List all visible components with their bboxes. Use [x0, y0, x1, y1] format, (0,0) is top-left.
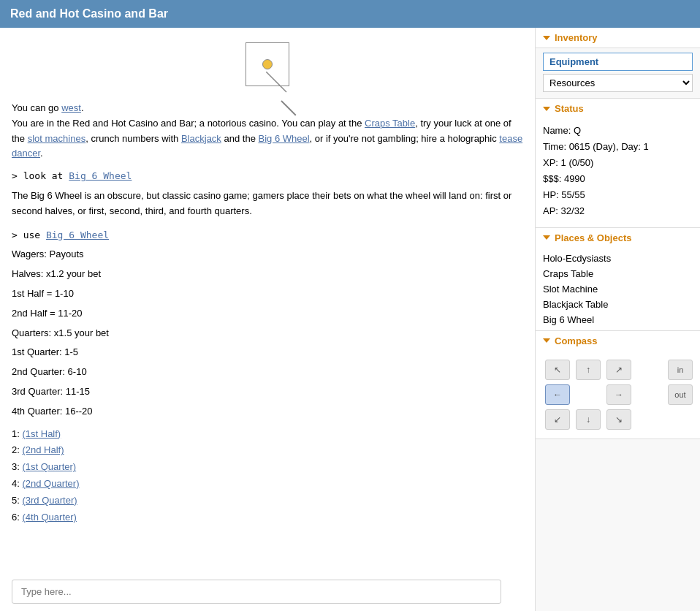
compass-grid: ↖ ↑ ↗ in ← → out ↙ ↓ ↘ [543, 358, 693, 431]
status-ap: AP: 32/32 [543, 203, 693, 219]
status-label: Status [555, 103, 584, 114]
places-label: Places & Objects [555, 232, 632, 243]
choice-link[interactable]: (3rd Quarter) [22, 495, 77, 506]
look-text: The Big 6 Wheel is an obscure, but class… [12, 189, 523, 219]
craps-table-link[interactable]: Craps Table [365, 118, 415, 129]
compass-e-button[interactable]: → [606, 384, 631, 405]
compass-label: Compass [555, 335, 598, 346]
status-toggle-icon [543, 107, 550, 111]
status-xp: XP: 1 (0/50) [543, 155, 693, 171]
intro-paragraph: You can go west. You are in the Red and … [12, 101, 523, 162]
status-section: Status Name: Q Time: 0615 (Day), Day: 1 … [536, 99, 700, 228]
choice-item: 4: (2nd Quarter) [12, 477, 523, 492]
places-header[interactable]: Places & Objects [536, 228, 700, 248]
compass-s-button[interactable]: ↓ [576, 409, 601, 430]
choice-number: 5: [12, 495, 22, 506]
slot-machines-link[interactable]: slot machines [28, 133, 85, 144]
content-area: You can go west. You are in the Red and … [0, 28, 535, 611]
command1: > look at Big 6 Wheel [12, 169, 523, 184]
intro-text2: You are in the Red and Hot Casino and Ba… [12, 118, 365, 129]
choice-list: 1: (1st Half)2: (2nd Half)3: (1st Quarte… [12, 427, 523, 525]
inventory-label: Inventory [555, 32, 598, 43]
app-header: Red and Hot Casino and Bar [0, 0, 700, 28]
compass-section: Compass ↖ ↑ ↗ in ← → o [536, 331, 700, 439]
list-item[interactable]: Blackjack Table [536, 297, 700, 312]
status-header[interactable]: Status [536, 99, 700, 118]
places-list: Holo-EcdysiastsCraps TableSlot MachineBl… [536, 248, 700, 330]
text-content: You can go west. You are in the Red and … [12, 101, 523, 568]
command2-prefix: > use [12, 229, 46, 240]
choice-item: 2: (2nd Half) [12, 443, 523, 458]
compass-nw-button[interactable]: ↖ [545, 360, 570, 380]
compass-empty4 [668, 409, 693, 430]
choice-number: 4: [12, 478, 22, 489]
quarter4-line: 4th Quarter: 16--20 [12, 404, 523, 420]
search-handle [266, 72, 303, 101]
choice-item: 5: (3rd Quarter) [12, 493, 523, 509]
intro-text5: and the [221, 133, 259, 144]
list-item[interactable]: Big 6 Wheel [536, 312, 700, 327]
compass-se-button[interactable]: ↘ [606, 409, 631, 430]
wagers-line: Wagers: Payouts [12, 247, 523, 262]
blackjack-link[interactable]: Blackjack [181, 133, 221, 144]
command1-link[interactable]: Big 6 Wheel [69, 170, 132, 181]
west-link[interactable]: west [61, 102, 81, 113]
choice-number: 3: [12, 461, 22, 472]
choice-item: 3: (1st Quarter) [12, 460, 523, 475]
quarter1-line: 1st Quarter: 1-5 [12, 345, 523, 360]
quarter2-line: 2nd Quarter: 6-10 [12, 365, 523, 380]
sidebar: Inventory Equipment Resources Status [535, 28, 700, 611]
command1-prefix: > look at [12, 170, 69, 181]
compass-header[interactable]: Compass [536, 331, 700, 351]
resources-select[interactable]: Resources [543, 74, 693, 92]
map-area [12, 35, 523, 101]
list-item[interactable]: Slot Machine [536, 281, 700, 297]
compass-empty2 [637, 384, 662, 405]
main-area: You can go west. You are in the Red and … [0, 28, 700, 611]
resources-select-wrapper: Resources [543, 74, 693, 92]
half1-line: 1st Half = 1-10 [12, 286, 523, 302]
compass-sw-button[interactable]: ↙ [545, 409, 570, 430]
type-input[interactable] [12, 580, 501, 604]
choice-link[interactable]: (2nd Half) [22, 444, 64, 455]
choice-item: 1: (1st Half) [12, 427, 523, 442]
intro-text1: You can go [12, 102, 61, 113]
status-time: Time: 0615 (Day), Day: 1 [543, 139, 693, 155]
places-list-inner: Holo-EcdysiastsCraps TableSlot MachineBl… [536, 251, 700, 327]
compass-empty1 [637, 360, 662, 380]
compass-in-button[interactable]: in [668, 360, 693, 380]
list-item[interactable]: Craps Table [536, 266, 700, 281]
intro-text7: . [40, 148, 43, 159]
compass-toggle-icon [543, 338, 550, 343]
choice-item: 6: (4th Quarter) [12, 510, 523, 525]
choice-number: 2: [12, 444, 22, 455]
choice-link[interactable]: (4th Quarter) [22, 512, 76, 523]
choice-link[interactable]: (2nd Quarter) [22, 478, 79, 489]
app-title: Red and Hot Casino and Bar [10, 7, 168, 20]
equipment-section: Equipment Resources [536, 48, 700, 99]
compass-w-button[interactable]: ← [545, 384, 570, 405]
choice-number: 6: [12, 512, 22, 523]
command2-link[interactable]: Big 6 Wheel [46, 229, 109, 240]
status-name: Name: Q [543, 123, 693, 139]
choice-link[interactable]: (1st Quarter) [22, 461, 76, 472]
compass-empty3 [637, 409, 662, 430]
status-hp: HP: 55/55 [543, 187, 693, 203]
compass-content: ↖ ↑ ↗ in ← → out ↙ ↓ ↘ [536, 351, 700, 439]
intro-text4: , crunch numbers with [85, 133, 181, 144]
compass-out-button[interactable]: out [668, 384, 693, 405]
compass-ne-button[interactable]: ↗ [606, 360, 631, 380]
map-circle [262, 59, 273, 69]
inventory-header[interactable]: Inventory [536, 28, 700, 48]
command2: > use Big 6 Wheel [12, 228, 523, 243]
half2-line: 2nd Half = 11-20 [12, 306, 523, 322]
big6-link[interactable]: Big 6 Wheel [258, 133, 309, 144]
list-item[interactable]: Holo-Ecdysiasts [536, 251, 700, 266]
svg-line-0 [266, 72, 286, 92]
quarter3-line: 3rd Quarter: 11-15 [12, 384, 523, 400]
compass-n-button[interactable]: ↑ [576, 360, 601, 380]
equipment-button[interactable]: Equipment [543, 53, 693, 71]
choice-link[interactable]: (1st Half) [22, 428, 61, 439]
places-toggle-icon [543, 235, 550, 240]
quarters-line: Quarters: x1.5 your bet [12, 326, 523, 341]
